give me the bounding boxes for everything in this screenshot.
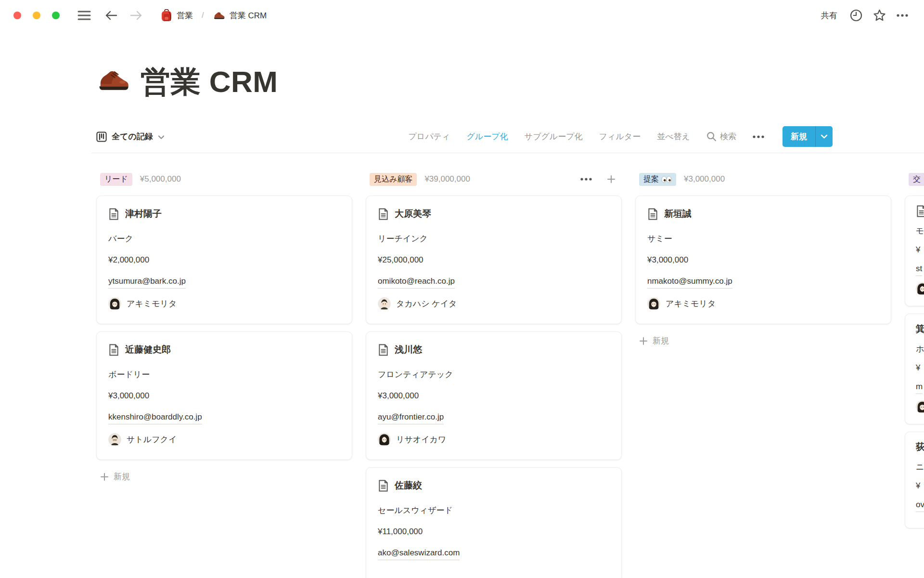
menu-sort[interactable]: 並べ替え (657, 131, 690, 142)
share-button[interactable]: 共有 (817, 8, 841, 23)
card-contact-name: 近藤健史郎 (125, 343, 171, 356)
column-total: ¥5,000,000 (140, 174, 181, 184)
sidebar-menu-icon[interactable] (76, 7, 92, 24)
page-doc-icon (108, 208, 119, 220)
crm-card[interactable]: 佐藤絞 セールスウィザード ¥11,000,000 ako@saleswizar… (366, 467, 622, 578)
menu-sub-group-by[interactable]: サブグループ化 (525, 131, 583, 142)
breadcrumb-label: 営業 (177, 10, 193, 21)
more-options-icon[interactable] (894, 7, 911, 24)
card-contact-name: 新垣誠 (664, 208, 692, 220)
view-switcher[interactable]: 全ての記録 (96, 131, 165, 142)
card-company: フロンティアテック (378, 368, 610, 381)
column-total: ¥3,000,000 (684, 174, 725, 184)
crm-card[interactable]: 新垣誠 サミー ¥3,000,000 nmakoto@summy.co.jp ア… (635, 196, 891, 324)
column-status-badge[interactable]: 見込み顧客 (370, 173, 417, 186)
card-email-link[interactable]: ytsumura@bark.co.jp (108, 275, 186, 289)
card-company: バーク (108, 233, 340, 245)
traffic-lights (13, 12, 60, 19)
page-header: 営業 CRM (0, 31, 924, 102)
column-more-icon[interactable] (579, 172, 593, 186)
column-status-badge[interactable]: 交 (909, 173, 924, 186)
crm-card[interactable]: 近藤健史郎 ボードリー ¥3,000,000 kkenshiro@boarddl… (96, 331, 352, 460)
add-card-button[interactable]: 新規 (96, 467, 352, 486)
assignee-avatar (378, 433, 391, 446)
board-column-prospect: 見込み顧客 ¥39,000,000 大原美琴 リーチインク ¥25,000,00… (366, 169, 622, 578)
view-toolbar: 全ての記録 プロパティ グループ化 サブグループ化 フィルター 並べ替え 検索 … (0, 102, 924, 153)
column-status-badge[interactable]: リード (100, 173, 132, 186)
card-email-link[interactable]: ov (916, 499, 924, 512)
assignee-name: タカハシ ケイタ (396, 298, 457, 309)
favorite-star-icon[interactable] (871, 7, 887, 24)
card-contact-name: 大原美琴 (395, 208, 431, 220)
menu-properties[interactable]: プロパティ (408, 131, 450, 142)
card-email-link[interactable]: ako@saleswizard.com (378, 547, 460, 560)
card-amount: ¥3,000,000 (647, 254, 879, 266)
add-card-button[interactable]: 新規 (635, 331, 891, 350)
assignee-avatar (916, 282, 924, 295)
crm-card[interactable]: 箕 ホ ¥ m (905, 314, 924, 424)
column-header: 交 (905, 169, 924, 190)
page-title: 営業 CRM (141, 62, 278, 102)
zoom-window-button[interactable] (52, 12, 60, 19)
plus-icon (639, 337, 648, 345)
add-card-label: 新規 (653, 335, 669, 346)
assignee-name: リサオイカワ (396, 434, 446, 445)
card-company: ボードリー (108, 368, 340, 381)
column-add-icon[interactable] (604, 172, 618, 186)
card-email-link[interactable]: m (916, 381, 923, 394)
search-label: 検索 (720, 131, 736, 142)
forward-icon[interactable] (128, 7, 144, 24)
menu-group-by[interactable]: グループ化 (466, 131, 508, 142)
card-assignee: リサオイカワ (378, 433, 610, 446)
board-column-negotiation: 交 モ ¥ st 箕 ホ ¥ m (905, 169, 924, 536)
card-email-link[interactable]: omikoto@reach.co.jp (378, 275, 455, 289)
card-amount: ¥ (916, 480, 924, 492)
window-titlebar: 営業 / 営業 CRM 共有 (0, 0, 924, 31)
card-contact-name: 荻 (916, 441, 924, 453)
back-icon[interactable] (103, 7, 119, 24)
assignee-name: アキミモリタ (127, 298, 177, 309)
card-contact-name: 佐藤絞 (395, 479, 422, 492)
card-amount: ¥ (916, 362, 924, 374)
search-icon (706, 131, 717, 142)
card-company: ホ (916, 343, 924, 355)
crm-card[interactable]: 荻 ニ ¥ ov (905, 432, 924, 528)
card-email-link[interactable]: kkenshiro@boarddly.co.jp (108, 411, 202, 424)
card-email-link[interactable]: nmakoto@summy.co.jp (647, 275, 732, 289)
new-button[interactable]: 新規 (783, 126, 815, 147)
chevron-down-icon (158, 135, 165, 140)
updates-clock-icon[interactable] (848, 7, 864, 24)
breadcrumb-item-sales-crm[interactable]: 営業 CRM (210, 9, 270, 23)
minimize-window-button[interactable] (33, 12, 40, 19)
search-button[interactable]: 検索 (706, 131, 736, 142)
assignee-avatar (108, 297, 121, 310)
crm-card[interactable]: 津村陽子 バーク ¥2,000,000 ytsumura@bark.co.jp … (96, 196, 352, 324)
crm-card[interactable]: 大原美琴 リーチインク ¥25,000,000 omikoto@reach.co… (366, 196, 622, 324)
board-view-icon (96, 131, 107, 142)
column-header: 提案 ¥3,000,000 (635, 169, 891, 190)
breadcrumb-item-sales[interactable]: 営業 (158, 8, 196, 23)
card-amount: ¥3,000,000 (378, 390, 610, 402)
card-amount: ¥ (916, 244, 924, 256)
menu-filter[interactable]: フィルター (599, 131, 641, 142)
card-amount: ¥2,000,000 (108, 254, 340, 266)
assignee-avatar (916, 400, 924, 413)
card-email-link[interactable]: st (916, 263, 922, 276)
card-amount: ¥11,000,000 (378, 525, 610, 538)
column-status-badge[interactable]: 提案 (639, 173, 676, 186)
page-doc-icon (378, 208, 389, 220)
page-doc-icon (916, 205, 924, 217)
assignee-avatar (108, 433, 121, 446)
crm-card[interactable]: モ ¥ st (905, 196, 924, 306)
add-card-label: 新規 (114, 471, 130, 482)
breadcrumb: 営業 / 営業 CRM (158, 8, 270, 23)
card-assignee: タカハシ ケイタ (378, 297, 610, 310)
view-more-icon[interactable] (753, 135, 764, 138)
card-email-link[interactable]: ayu@frontier.co.jp (378, 411, 444, 424)
new-button-dropdown[interactable] (815, 126, 833, 147)
page-doc-icon (647, 208, 658, 220)
plus-icon (100, 473, 109, 481)
crm-card[interactable]: 浅川悠 フロンティアテック ¥3,000,000 ayu@frontier.co… (366, 331, 622, 460)
close-window-button[interactable] (13, 12, 21, 19)
eyes-icon (660, 176, 672, 183)
